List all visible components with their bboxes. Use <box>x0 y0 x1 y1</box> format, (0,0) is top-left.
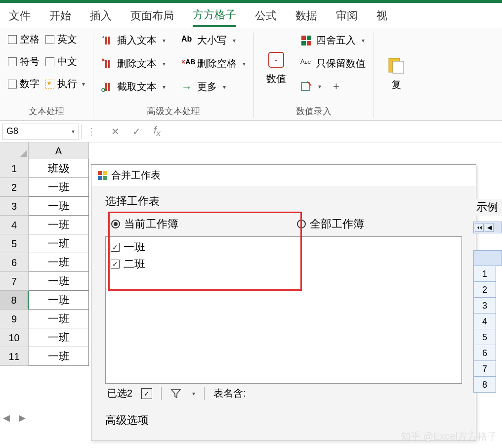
case-icon: Ab <box>181 35 193 46</box>
check-chinese[interactable]: 中文 <box>45 55 85 68</box>
scroll-left-icon[interactable]: ◀ <box>3 412 12 421</box>
example-row-header[interactable]: 2 <box>473 282 496 298</box>
example-row-header[interactable]: 1 <box>473 266 496 282</box>
example-row-header[interactable]: 6 <box>473 345 496 361</box>
row-header[interactable]: 7 <box>0 272 29 291</box>
copy-icon <box>386 55 407 76</box>
ribbon-group-number: - 数值 四舍五入▾ ABC 只保留数值 ▾ + 数值录入 <box>254 33 374 118</box>
toggle-all-checkbox[interactable] <box>141 388 152 399</box>
svg-rect-1 <box>108 37 110 45</box>
abc-icon: ABC <box>300 58 312 70</box>
tab-review[interactable]: 审阅 <box>336 8 358 26</box>
check-symbol[interactable]: 符号 <box>8 55 40 68</box>
btn-delete-text[interactable]: 删除文本▾ <box>101 56 166 71</box>
watermark: 知乎 @Excel方方格子 <box>401 430 497 443</box>
row-header[interactable]: 6 <box>0 253 29 272</box>
tab-insert[interactable]: 插入 <box>90 8 112 26</box>
row-header[interactable]: 1 <box>0 159 29 178</box>
btn-round[interactable]: 四舍五入▾ <box>300 33 366 48</box>
cell[interactable]: 一班 <box>29 291 89 310</box>
nav-first-icon[interactable]: ⏮ <box>475 223 484 232</box>
tab-file[interactable]: 文件 <box>9 8 31 26</box>
row-header[interactable]: 5 <box>0 234 29 253</box>
tab-fangfang[interactable]: 方方格子 <box>193 7 236 27</box>
check-space[interactable]: 空格 <box>8 33 40 46</box>
btn-insert-text[interactable]: 插入文本▾ <box>101 33 166 48</box>
btn-number[interactable]: - 数值 <box>262 33 291 102</box>
cell[interactable]: 一班 <box>29 272 89 291</box>
scroll-right-icon[interactable]: ▶ <box>19 412 28 421</box>
svg-text:-: - <box>275 55 278 65</box>
sheet-item-2[interactable]: 二班 <box>111 256 457 272</box>
arrow-right-icon: → <box>181 81 193 93</box>
cell[interactable]: 一班 <box>29 310 89 328</box>
btn-extract-text[interactable]: 截取文本▾ <box>101 79 166 94</box>
column-header-A[interactable]: A <box>29 142 89 159</box>
example-nav[interactable]: ⏮ ◀ <box>473 222 502 233</box>
btn-copy[interactable]: 复 <box>382 33 411 114</box>
radio-current-workbook[interactable]: 当前工作簿 <box>111 217 178 231</box>
cell[interactable]: 一班 <box>29 197 89 216</box>
sheet-edit-icon <box>300 81 312 92</box>
radio-all-workbooks[interactable]: 全部工作簿 <box>297 217 364 231</box>
example-label: 示例 <box>473 199 502 216</box>
cell[interactable]: 一班 <box>29 328 89 347</box>
example-row-header[interactable]: 5 <box>473 329 496 345</box>
cell[interactable]: 班级 <box>29 159 89 178</box>
group-label-text: 文本处理 <box>8 102 85 118</box>
sheet-item-1[interactable]: 一班 <box>111 239 457 256</box>
tab-home[interactable]: 开始 <box>49 8 71 26</box>
dialog-titlebar[interactable]: 合并工作表 <box>91 165 476 186</box>
filter-icon[interactable] <box>170 388 181 399</box>
check-execute[interactable]: 执行▾ <box>45 77 85 90</box>
select-all-corner[interactable] <box>0 142 29 159</box>
example-row-header[interactable]: 3 <box>473 298 496 314</box>
example-row-header[interactable]: 7 <box>473 361 496 377</box>
name-box[interactable]: G8 ▾ <box>2 124 79 139</box>
group-label-number: 数值录入 <box>262 102 366 118</box>
cell[interactable]: 一班 <box>29 234 89 253</box>
cancel-formula-icon[interactable]: ✕ <box>111 126 120 137</box>
cell[interactable]: 一班 <box>29 216 89 234</box>
row-header[interactable]: 10 <box>0 328 29 347</box>
svg-rect-15 <box>393 61 404 73</box>
row-header[interactable]: 2 <box>0 178 29 197</box>
sheet-list[interactable]: 一班 二班 <box>105 236 462 384</box>
row-header[interactable]: 4 <box>0 216 29 234</box>
example-col-header[interactable] <box>473 250 502 266</box>
example-row-header[interactable]: 8 <box>473 377 496 393</box>
svg-rect-16 <box>98 171 102 175</box>
svg-rect-5 <box>108 83 110 91</box>
cell[interactable]: 一班 <box>29 178 89 197</box>
svg-rect-18 <box>98 176 102 180</box>
cell[interactable]: 一班 <box>29 253 89 272</box>
row-header[interactable]: 3 <box>0 197 29 216</box>
svg-rect-17 <box>103 171 107 175</box>
row-header[interactable]: 11 <box>0 347 29 366</box>
accept-formula-icon[interactable]: ✓ <box>132 126 141 137</box>
del-space-icon: ×AB <box>181 58 193 70</box>
fx-icon[interactable]: fx <box>154 125 161 138</box>
example-row-header[interactable]: 4 <box>473 314 496 329</box>
row-header[interactable]: 9 <box>0 310 29 328</box>
check-number[interactable]: 数字 <box>8 77 40 90</box>
btn-keep-number[interactable]: ABC 只保留数值 <box>300 56 366 71</box>
btn-extra[interactable]: ▾ + <box>300 79 366 94</box>
merge-sheets-dialog: 合并工作表 选择工作表 当前工作簿 全部工作簿 一班 二班 已选2 ▾ 表名含: <box>91 164 476 441</box>
svg-rect-0 <box>105 37 107 45</box>
check-english[interactable]: 英文 <box>45 33 85 46</box>
dialog-icon <box>97 171 107 180</box>
row-header[interactable]: 8 <box>0 291 29 310</box>
tab-formula[interactable]: 公式 <box>255 8 277 26</box>
table-name-input[interactable] <box>255 388 314 399</box>
tab-view[interactable]: 视 <box>376 8 387 26</box>
tab-layout[interactable]: 页面布局 <box>130 8 174 26</box>
example-panel: 示例 ⏮ ◀ 12345678 <box>473 199 502 393</box>
tab-data[interactable]: 数据 <box>295 8 317 26</box>
nav-prev-icon[interactable]: ◀ <box>485 223 494 232</box>
btn-case[interactable]: Ab 大小写▾ <box>181 33 246 48</box>
number-icon: - <box>266 49 287 70</box>
btn-del-space[interactable]: ×AB 删除空格▾ <box>181 56 246 71</box>
cell[interactable]: 一班 <box>29 347 89 366</box>
btn-more[interactable]: → 更多▾ <box>181 79 246 94</box>
